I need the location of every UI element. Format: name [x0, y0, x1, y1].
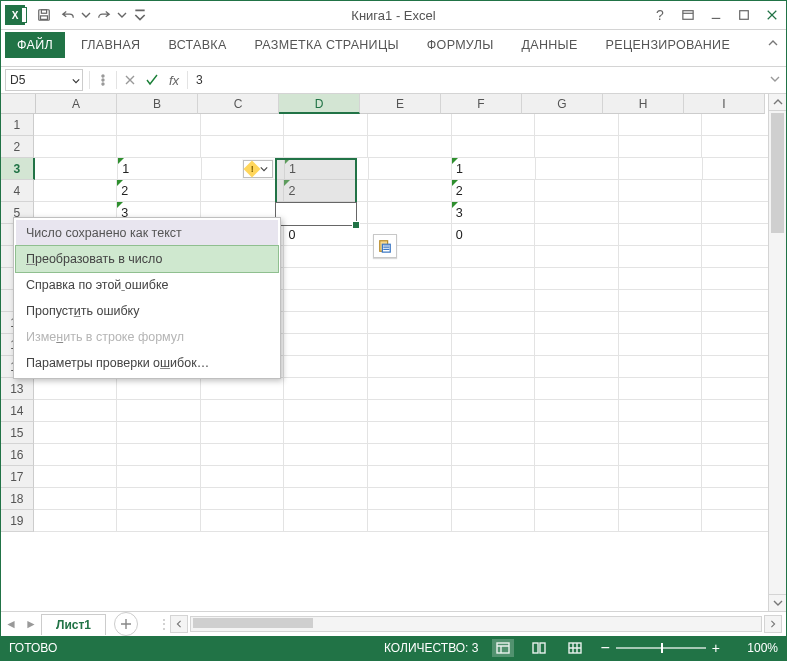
cell-B3[interactable]: 1	[118, 158, 201, 180]
row-header-14[interactable]: 14	[1, 400, 34, 422]
cell-C1[interactable]	[201, 114, 285, 136]
cell-E9[interactable]	[368, 290, 452, 312]
cell-G17[interactable]	[535, 466, 619, 488]
maximize-button[interactable]	[730, 4, 758, 26]
cell-G14[interactable]	[535, 400, 619, 422]
cell-C19[interactable]	[201, 510, 285, 532]
cell-A4[interactable]	[34, 180, 118, 202]
hscroll-track[interactable]	[190, 616, 762, 632]
cell-G13[interactable]	[535, 378, 619, 400]
cell-E19[interactable]	[368, 510, 452, 532]
row-header-4[interactable]: 4	[1, 180, 34, 202]
cell-G16[interactable]	[535, 444, 619, 466]
cell-G7[interactable]	[535, 246, 619, 268]
column-header-H[interactable]: H	[603, 94, 684, 114]
formula-more-icon[interactable]	[92, 69, 114, 91]
cell-H15[interactable]	[619, 422, 703, 444]
cell-F15[interactable]	[452, 422, 536, 444]
customize-qat-icon[interactable]	[129, 4, 151, 26]
cell-F7[interactable]	[452, 246, 536, 268]
cell-G5[interactable]	[535, 202, 619, 224]
cell-C15[interactable]	[201, 422, 285, 444]
name-box-dropdown-icon[interactable]	[72, 74, 80, 88]
redo-dropdown-icon[interactable]	[117, 4, 127, 26]
cell-G10[interactable]	[535, 312, 619, 334]
cell-F6[interactable]: 0	[452, 224, 536, 246]
menu-item[interactable]: Пропустить ошибку	[16, 298, 278, 324]
cell-E3[interactable]	[369, 158, 452, 180]
paste-options-button[interactable]	[373, 234, 397, 258]
cell-A17[interactable]	[34, 466, 118, 488]
cell-F5[interactable]: 3	[452, 202, 536, 224]
cell-D16[interactable]	[284, 444, 368, 466]
cell-E13[interactable]	[368, 378, 452, 400]
cell-A16[interactable]	[34, 444, 118, 466]
cell-D10[interactable]	[284, 312, 368, 334]
cell-B17[interactable]	[117, 466, 201, 488]
cell-B4[interactable]: 2	[117, 180, 201, 202]
cell-F8[interactable]	[452, 268, 536, 290]
cell-H12[interactable]	[619, 356, 703, 378]
view-normal-icon[interactable]	[492, 639, 514, 657]
cell-B2[interactable]	[117, 136, 201, 158]
cell-C13[interactable]	[201, 378, 285, 400]
cell-A14[interactable]	[34, 400, 118, 422]
column-header-A[interactable]: A	[36, 94, 117, 114]
cell-G2[interactable]	[535, 136, 619, 158]
row-header-16[interactable]: 16	[1, 444, 34, 466]
excel-app-icon[interactable]	[5, 5, 25, 25]
zoom-percent[interactable]: 100%	[734, 641, 778, 655]
horizontal-scrollbar[interactable]	[170, 615, 786, 633]
zoom-in-icon[interactable]: +	[712, 640, 720, 656]
cell-G9[interactable]	[535, 290, 619, 312]
cell-G6[interactable]	[535, 224, 619, 246]
cell-F9[interactable]	[452, 290, 536, 312]
name-box[interactable]: D5	[5, 69, 83, 91]
menu-item[interactable]: Преобразовать в число	[15, 245, 279, 273]
cell-D3[interactable]: 1	[285, 158, 368, 180]
cell-D15[interactable]	[284, 422, 368, 444]
cell-F4[interactable]: 2	[452, 180, 536, 202]
hscroll-right-icon[interactable]	[764, 615, 782, 633]
close-button[interactable]	[758, 4, 786, 26]
cell-D19[interactable]	[284, 510, 368, 532]
cell-D4[interactable]: 2	[284, 180, 368, 202]
ribbon-display-button[interactable]	[674, 4, 702, 26]
sheet-tab-active[interactable]: Лист1	[41, 614, 106, 635]
row-header-2[interactable]: 2	[1, 136, 34, 158]
cell-F2[interactable]	[452, 136, 536, 158]
cell-E12[interactable]	[368, 356, 452, 378]
cell-H4[interactable]	[619, 180, 703, 202]
column-header-E[interactable]: E	[360, 94, 441, 114]
cell-C17[interactable]	[201, 466, 285, 488]
cell-H2[interactable]	[619, 136, 703, 158]
cell-A2[interactable]	[34, 136, 118, 158]
collapse-ribbon-icon[interactable]	[766, 36, 780, 53]
cell-D18[interactable]	[284, 488, 368, 510]
cell-H6[interactable]	[619, 224, 703, 246]
column-header-I[interactable]: I	[684, 94, 765, 114]
cell-F16[interactable]	[452, 444, 536, 466]
cell-E16[interactable]	[368, 444, 452, 466]
cell-F3[interactable]: 1	[452, 158, 535, 180]
cell-A3[interactable]	[35, 158, 118, 180]
tab-formulas[interactable]: ФОРМУЛЫ	[415, 32, 506, 58]
cell-F10[interactable]	[452, 312, 536, 334]
cell-B18[interactable]	[117, 488, 201, 510]
hscroll-thumb[interactable]	[193, 618, 313, 628]
cell-C2[interactable]	[201, 136, 285, 158]
cell-G18[interactable]	[535, 488, 619, 510]
cell-H8[interactable]	[619, 268, 703, 290]
hscroll-left-icon[interactable]	[170, 615, 188, 633]
cell-D14[interactable]	[284, 400, 368, 422]
menu-item[interactable]: Параметры проверки ошибок…	[16, 350, 278, 376]
cell-B1[interactable]	[117, 114, 201, 136]
cell-D1[interactable]	[284, 114, 368, 136]
cell-G8[interactable]	[535, 268, 619, 290]
smart-tag-dropdown-icon[interactable]	[260, 162, 270, 176]
cell-A18[interactable]	[34, 488, 118, 510]
tab-page-layout[interactable]: РАЗМЕТКА СТРАНИЦЫ	[243, 32, 411, 58]
cell-C14[interactable]	[201, 400, 285, 422]
cell-B19[interactable]	[117, 510, 201, 532]
cell-B13[interactable]	[117, 378, 201, 400]
